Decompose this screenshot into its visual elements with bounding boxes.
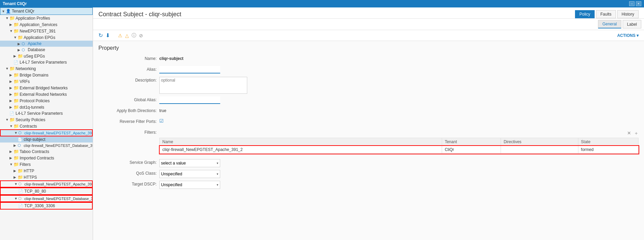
sidebar-item-ext-bridged[interactable]: ▶ 📁 External Bridged Networks	[0, 85, 93, 91]
sidebar-label: Bridge Domains	[20, 73, 48, 78]
toggle-icon[interactable]: ▶	[9, 105, 14, 109]
download-icon[interactable]: ⬇	[106, 32, 110, 39]
close-button[interactable]: ✕	[636, 1, 641, 6]
sidebar-item-apache[interactable]: ▶ ⬡ Apache	[0, 41, 93, 47]
cell-state: formed	[578, 146, 638, 154]
folder-icon: 📁	[14, 149, 19, 154]
toggle-icon[interactable]: ▶	[9, 99, 14, 103]
page-title: Contract Subject - cliqr-subject	[98, 11, 181, 18]
toggle-icon[interactable]: ▶	[9, 23, 14, 26]
toggle-icon[interactable]: ▼	[5, 67, 9, 70]
sidebar-item-contract-apache[interactable]: ▼ ⬡ cliqr-firewall_NewEPGTEST_Apache_391…	[0, 129, 93, 136]
toggle-icon[interactable]: ▼	[9, 29, 14, 33]
sidebar-item-app-profiles[interactable]: ▼ 📁 Application Profiles	[0, 15, 93, 21]
toggle-icon[interactable]: ▶	[18, 48, 22, 52]
sidebar-label: L4-L7 Service Parameters	[20, 60, 67, 65]
description-input[interactable]	[159, 77, 247, 94]
toggle-icon[interactable]: ▶	[9, 80, 14, 83]
sidebar-item-filters[interactable]: ▼ 📁 Filters	[0, 161, 93, 168]
toggle-icon[interactable]: ▼	[2, 9, 6, 13]
sidebar-label: Security Policies	[16, 117, 45, 122]
minimize-button[interactable]: ─	[629, 1, 635, 6]
toggle-icon[interactable]: ▼	[14, 131, 18, 135]
toggle-icon[interactable]: ▼	[14, 182, 18, 186]
toggle-icon[interactable]: ▶	[14, 144, 18, 147]
toggle-icon[interactable]: ▶	[9, 86, 14, 90]
close-table-btn[interactable]: ✕	[627, 130, 631, 136]
folder-icon: 📁	[18, 175, 23, 180]
dscp-select[interactable]: Unspecified	[159, 181, 220, 189]
actions-button[interactable]: ACTIONS ▾	[617, 33, 639, 38]
title-bar: Tenant CliQr ─ ✕	[0, 0, 644, 7]
tab-faults[interactable]: Faults	[596, 10, 616, 18]
sidebar-item-app-epgs[interactable]: ▼ 📁 Application EPGs	[0, 34, 93, 41]
sidebar-item-dot1q[interactable]: ▶ 📁 dot1q-tunnels	[0, 104, 93, 110]
toggle-icon[interactable]: ▶	[9, 92, 14, 96]
second-tab-bar: General Label	[93, 19, 644, 30]
folder-icon: 📁	[14, 98, 19, 103]
table-row[interactable]: cliqr-firewall_NewEPGTEST_Apache_391_2 C…	[160, 146, 639, 154]
tab-history[interactable]: History	[617, 10, 639, 18]
sidebar-item-new-epg[interactable]: ▼ 📁 NewEPGTEST_391	[0, 28, 93, 34]
toggle-icon[interactable]: ▶	[9, 156, 14, 160]
sidebar-item-ext-routed[interactable]: ▶ 📁 External Routed Networks	[0, 91, 93, 97]
sidebar-item-cliqr-subject[interactable]: 📄 cliqr-subject	[0, 136, 93, 143]
sidebar-item-networking[interactable]: ▼ 📁 Networking	[0, 65, 93, 72]
sidebar-item-database[interactable]: ▶ ⬡ Database	[0, 47, 93, 53]
sidebar-item-useg[interactable]: ▶ 📁 uSeg EPGs	[0, 53, 93, 59]
toggle-icon[interactable]: ▶	[14, 175, 18, 179]
qos-select[interactable]: Unspecified	[159, 170, 220, 178]
tab-policy[interactable]: Policy	[575, 10, 595, 18]
sidebar-item-tcp-3306[interactable]: 📄 TCP_3306_3306	[0, 202, 93, 210]
sidebar-label: dot1q-tunnels	[20, 105, 44, 110]
sidebar-item-tenant-cliqr[interactable]: ▼ 👤 Tenant CliQr	[0, 7, 93, 15]
toggle-icon[interactable]: ▶	[9, 73, 14, 77]
prop-label-dscp: Target DSCP:	[98, 181, 159, 187]
folder-icon: 📁	[14, 155, 19, 160]
sidebar-item-security[interactable]: ▼ 📁 Security Policies	[0, 116, 93, 123]
refresh-icon[interactable]: ↻	[98, 32, 103, 39]
prop-row-name: Name: cliqr-subject	[98, 55, 639, 63]
content-header: Contract Subject - cliqr-subject Policy …	[93, 7, 644, 19]
sidebar-item-bridge-domains[interactable]: ▶ 📁 Bridge Domains	[0, 72, 93, 78]
reverse-filter-checkbox[interactable]: ☑	[159, 118, 164, 124]
toggle-icon[interactable]: ▶	[14, 54, 18, 58]
sidebar-item-tcp-80[interactable]: 📄 TCP_80_80	[0, 188, 93, 195]
toggle-icon[interactable]: ▼	[5, 16, 9, 20]
alias-input[interactable]	[159, 66, 220, 73]
folder-icon: 📁	[18, 35, 23, 40]
toggle-icon[interactable]: ▼	[14, 197, 18, 200]
sidebar-item-contracts[interactable]: ▼ 📁 Contracts	[0, 123, 93, 129]
contract-icon: ⬡	[18, 131, 24, 135]
toggle-icon[interactable]: ▶	[14, 169, 18, 173]
toggle-icon[interactable]: ▼	[9, 124, 14, 128]
sidebar-item-protocol[interactable]: ▶ 📁 Protocol Policies	[0, 97, 93, 104]
sidebar-item-app-services[interactable]: ▶ 📁 Application_Services	[0, 21, 93, 28]
tab-general[interactable]: General	[598, 20, 621, 28]
sidebar-label: cliqr-firewall_NewEPGTEST_Database_391_2	[24, 144, 93, 148]
global-alias-input[interactable]	[159, 96, 220, 104]
sidebar-item-taboo[interactable]: ▶ 📁 Taboo Contracts	[0, 148, 93, 155]
sidebar-item-contract-db[interactable]: ▶ ⬡ cliqr-firewall_NewEPGTEST_Database_3…	[0, 143, 93, 148]
sidebar-item-filter-apache[interactable]: ▼ ⬡ cliqr-firewall_NewEPGTEST_Apache_391…	[0, 180, 93, 188]
sidebar-item-filter-db[interactable]: ▼ ⬡ cliqr-firewall_NewEPGTEST_Database_3…	[0, 195, 93, 202]
service-graph-select[interactable]: select a value	[159, 159, 220, 167]
toggle-icon[interactable]: ▼	[14, 36, 18, 39]
sidebar-item-https[interactable]: ▶ 📁 HTTPS	[0, 174, 93, 180]
sidebar-item-l4l7-2[interactable]: 📄 L4-L7 Service Parameters	[0, 110, 93, 116]
sidebar-item-imported[interactable]: ▶ 📁 Imported Contracts	[0, 155, 93, 161]
toggle-icon[interactable]: ▼	[5, 118, 9, 122]
tab-label[interactable]: Label	[623, 20, 641, 28]
sidebar-item-l4l7[interactable]: 📄 L4-L7 Service Parameters	[0, 59, 93, 65]
main-layout: ▼ 👤 Tenant CliQr ▼ 📁 Application Profile…	[0, 7, 644, 240]
add-table-btn[interactable]: ＋	[634, 130, 639, 136]
prop-row-reverse-filter: Reverse Filter Ports: ☑	[98, 118, 639, 126]
toggle-icon[interactable]: ▼	[9, 162, 14, 166]
toggle-icon[interactable]: ▶	[18, 42, 22, 46]
folder-icon: 📁	[14, 79, 19, 84]
sidebar-item-http[interactable]: ▶ 📁 HTTP	[0, 168, 93, 174]
sidebar-item-vrfs[interactable]: ▶ 📁 VRFs	[0, 78, 93, 85]
col-directives: Directives	[501, 138, 578, 146]
toggle-icon[interactable]: ▶	[9, 150, 14, 153]
folder-icon: 📁	[14, 28, 19, 34]
